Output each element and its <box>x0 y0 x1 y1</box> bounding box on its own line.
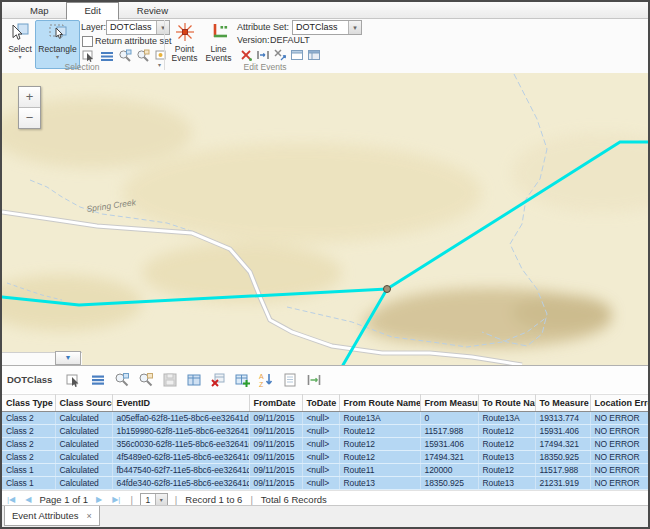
cell[interactable]: Route12 <box>339 438 420 451</box>
cell[interactable]: NO ERROR <box>590 425 648 438</box>
chevron-down-icon[interactable]: ▾ <box>56 54 59 60</box>
cell[interactable]: 21231.919 <box>535 477 590 490</box>
tab-review[interactable]: Review <box>119 2 186 20</box>
table-row[interactable]: Class 1Calculatedfb447540-62f7-11e5-8bc6… <box>2 464 648 477</box>
next-page-button[interactable]: ▶ <box>91 495 107 504</box>
cell[interactable]: 09/11/2015 <box>249 464 302 477</box>
attribute-window-icon[interactable] <box>186 372 202 388</box>
cell[interactable]: Calculated <box>55 412 112 425</box>
cell[interactable]: NO ERROR <box>590 464 648 477</box>
col-eventid[interactable]: EventID <box>112 395 249 412</box>
add-record-icon[interactable] <box>234 372 250 388</box>
cell[interactable]: 09/11/2015 <box>249 477 302 490</box>
cell[interactable]: 09/11/2015 <box>249 451 302 464</box>
cell[interactable]: Route13A <box>339 412 420 425</box>
cell[interactable]: Route12 <box>478 438 535 451</box>
reassign-event-icon[interactable] <box>256 48 270 62</box>
cell[interactable]: Calculated <box>55 464 112 477</box>
cell[interactable]: NO ERROR <box>590 477 648 490</box>
zoom-to-selected-icon[interactable] <box>114 372 130 388</box>
table-row[interactable]: Class 2Calculated4f5489e0-62f8-11e5-8bc6… <box>2 451 648 464</box>
cell[interactable]: Route12 <box>478 425 535 438</box>
cell[interactable]: NO ERROR <box>590 438 648 451</box>
attribute-set-dropdown[interactable]: DOTClass ▾ <box>292 20 362 35</box>
cell[interactable]: Route13A <box>478 412 535 425</box>
cell[interactable]: Route13 <box>478 477 535 490</box>
floating-window-icon[interactable] <box>290 48 304 62</box>
col-from-route-name[interactable]: From Route Name <box>339 395 420 412</box>
table-row[interactable]: Class 1Calculated64fde340-62f8-11e5-8bc6… <box>2 477 648 490</box>
tab-edit[interactable]: Edit <box>66 2 118 20</box>
measure-icon[interactable] <box>306 372 322 388</box>
select-by-box-icon[interactable] <box>82 49 96 63</box>
col-to-measure[interactable]: To Measure <box>535 395 590 412</box>
cell[interactable]: <null> <box>302 425 339 438</box>
zoom-to-selection-icon[interactable] <box>118 49 132 63</box>
cell[interactable]: Route12 <box>339 425 420 438</box>
cell[interactable]: Route12 <box>478 464 535 477</box>
tab-map[interactable]: Map <box>12 2 66 20</box>
selection-list-icon[interactable] <box>100 49 114 63</box>
options-menu-icon[interactable] <box>90 372 106 388</box>
cell[interactable]: 17494.321 <box>535 438 590 451</box>
cell[interactable]: 1b159980-62f8-11e5-8bc6-ee32641d5ec9 <box>112 425 249 438</box>
zoom-in-button[interactable]: + <box>19 87 40 107</box>
open-form-icon[interactable] <box>282 372 298 388</box>
docked-window-icon[interactable] <box>307 48 321 62</box>
cell[interactable]: Class 1 <box>2 477 55 490</box>
cell[interactable]: 17494.321 <box>420 451 478 464</box>
cell[interactable]: 356c0030-62f8-11e5-8bc6-ee32641d5ec9 <box>112 438 249 451</box>
save-icon[interactable] <box>162 372 178 388</box>
cell[interactable]: 4f5489e0-62f8-11e5-8bc6-ee32641d5ec9 <box>112 451 249 464</box>
cell[interactable]: Class 2 <box>2 425 55 438</box>
first-page-button[interactable]: |◀ <box>2 495 20 504</box>
cell[interactable]: 09/11/2015 <box>249 412 302 425</box>
table-row[interactable]: Class 2Calculateda05effa0-62f8-11e5-8bc6… <box>2 412 648 425</box>
cell[interactable]: NO ERROR <box>590 451 648 464</box>
cell[interactable]: <null> <box>302 451 339 464</box>
cell[interactable]: 15931.406 <box>420 438 478 451</box>
route-junction-marker[interactable] <box>384 286 391 293</box>
select-records-icon[interactable] <box>66 372 82 388</box>
cell[interactable]: 18350.925 <box>420 477 478 490</box>
col-class-type[interactable]: Class Type <box>2 395 55 412</box>
pan-to-selected-icon[interactable] <box>138 372 154 388</box>
cell[interactable]: Calculated <box>55 477 112 490</box>
cell[interactable]: 11517.988 <box>535 464 590 477</box>
col-class-source[interactable]: Class Source <box>55 395 112 412</box>
split-event-icon[interactable] <box>239 48 253 62</box>
cell[interactable]: Class 2 <box>2 438 55 451</box>
sort-icon[interactable]: AZ <box>258 372 274 388</box>
cell[interactable]: 64fde340-62f8-11e5-8bc6-ee32641d5ec9 <box>112 477 249 490</box>
cell[interactable]: 120000 <box>420 464 478 477</box>
cell[interactable]: <null> <box>302 477 339 490</box>
col-location-error[interactable]: Location Error <box>590 395 648 412</box>
map-view[interactable]: Spring Creek + − ▼ <box>2 73 648 365</box>
last-page-button[interactable]: ▶| <box>107 495 125 504</box>
col-to-route-name[interactable]: To Route Name <box>478 395 535 412</box>
previous-page-button[interactable]: ◀ <box>20 495 36 504</box>
cell[interactable]: fb447540-62f7-11e5-8bc6-ee32641d5ec9 <box>112 464 249 477</box>
table-row[interactable]: Class 2Calculated356c0030-62f8-11e5-8bc6… <box>2 438 648 451</box>
delete-selected-icon[interactable] <box>210 372 226 388</box>
cell[interactable]: Route11 <box>339 464 420 477</box>
col-from-measure[interactable]: From Measure <box>420 395 478 412</box>
return-attribute-set-checkbox[interactable] <box>82 36 93 47</box>
close-icon[interactable]: × <box>87 511 92 521</box>
table-row[interactable]: Class 2Calculated1b159980-62f8-11e5-8bc6… <box>2 425 648 438</box>
cell[interactable]: Calculated <box>55 451 112 464</box>
cell[interactable]: Route13 <box>478 451 535 464</box>
col-todate[interactable]: ToDate <box>302 395 339 412</box>
cell[interactable]: Calculated <box>55 438 112 451</box>
zoom-out-button[interactable]: − <box>19 107 40 128</box>
snap-event-icon[interactable] <box>273 48 287 62</box>
cell[interactable]: Route12 <box>339 451 420 464</box>
cell[interactable]: Calculated <box>55 425 112 438</box>
pan-to-selection-icon[interactable] <box>136 49 150 63</box>
cell[interactable]: 11517.988 <box>420 425 478 438</box>
chevron-down-icon[interactable]: ▾ <box>155 494 167 506</box>
cell[interactable]: <null> <box>302 438 339 451</box>
cell[interactable]: a05effa0-62f8-11e5-8bc6-ee32641d5ec9 <box>112 412 249 425</box>
cell[interactable]: 09/11/2015 <box>249 438 302 451</box>
cell[interactable]: Route13 <box>339 477 420 490</box>
